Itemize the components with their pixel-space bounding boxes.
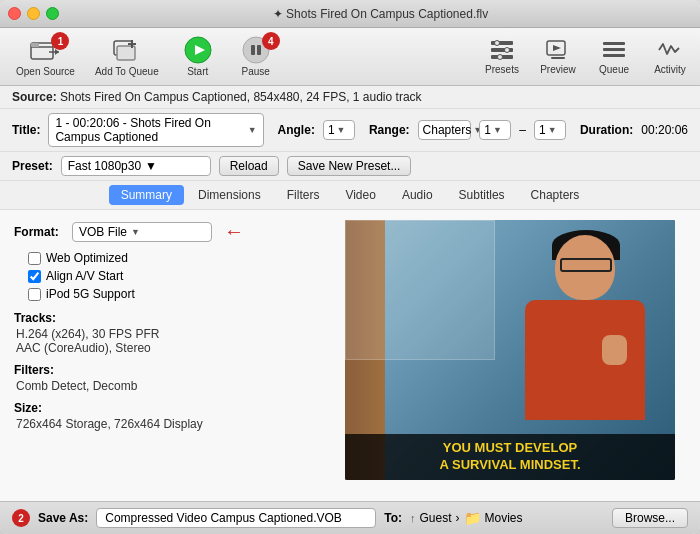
preset-value: Fast 1080p30: [68, 159, 141, 173]
save-new-preset-button[interactable]: Save New Preset...: [287, 156, 412, 176]
angle-arrow: ▼: [337, 125, 346, 135]
window-title: ✦ Shots Fired On Campus Captioned.flv: [69, 7, 692, 21]
badge-1: 1: [51, 32, 69, 50]
ipod-label: iPod 5G Support: [46, 287, 135, 301]
tab-dimensions[interactable]: Dimensions: [186, 185, 273, 205]
duration-label: Duration:: [580, 123, 633, 137]
size-label: Size:: [14, 401, 306, 415]
ipod-checkbox[interactable]: [28, 288, 41, 301]
preset-select[interactable]: Fast 1080p30 ▼: [61, 156, 211, 176]
video-preview: YOU MUST DEVELOP A SURVIVAL MINDSET.: [345, 220, 675, 480]
subtitle-line2: A SURVIVAL MINDSET.: [439, 457, 580, 472]
filters-value: Comb Detect, Decomb: [14, 379, 306, 393]
add-to-queue-button[interactable]: Add To Queue: [89, 34, 165, 79]
destination-folder: Movies: [485, 511, 523, 525]
svg-rect-1: [31, 43, 39, 47]
title-label: Title:: [12, 123, 40, 137]
presets-svg-icon: [490, 39, 514, 61]
tracks-value: H.264 (x264), 30 FPS PFRAAC (CoreAudio),…: [14, 327, 306, 355]
source-label: Source:: [12, 90, 60, 104]
dest-separator: ›: [456, 511, 460, 525]
svg-rect-22: [603, 48, 625, 51]
reload-button[interactable]: Reload: [219, 156, 279, 176]
preview-button[interactable]: Preview: [538, 38, 578, 75]
tracks-section: Tracks: H.264 (x264), 30 FPS PFRAAC (Cor…: [14, 311, 306, 355]
start-button[interactable]: Start: [173, 34, 223, 79]
format-select[interactable]: VOB File ▼: [72, 222, 212, 242]
pause-label: Pause: [242, 66, 270, 77]
subtitle-bar: YOU MUST DEVELOP A SURVIVAL MINDSET.: [345, 434, 675, 480]
start-label: Start: [187, 66, 208, 77]
svg-point-17: [498, 55, 503, 60]
format-label: Format:: [14, 225, 64, 239]
align-av-checkbox[interactable]: [28, 270, 41, 283]
title-select[interactable]: 1 - 00:20:06 - Shots Fired On Campus Cap…: [48, 113, 263, 147]
toolbar-right: Presets Preview: [482, 38, 690, 75]
destination-guest: Guest: [420, 511, 452, 525]
queue-button[interactable]: Queue: [594, 38, 634, 75]
format-value: VOB File: [79, 225, 127, 239]
preview-icon: [544, 38, 572, 62]
browse-button[interactable]: Browse...: [612, 508, 688, 528]
angle-value: 1: [328, 123, 335, 137]
source-value: Shots Fired On Campus Captioned, 854x480…: [60, 90, 422, 104]
preset-row: Preset: Fast 1080p30 ▼ Reload Save New P…: [0, 152, 700, 181]
main-content: Format: VOB File ▼ ← Web Optimized Align…: [0, 210, 700, 501]
angle-label: Angle:: [278, 123, 315, 137]
save-as-input[interactable]: [96, 508, 376, 528]
activity-svg-icon: [658, 40, 682, 60]
web-optimized-checkbox[interactable]: [28, 252, 41, 265]
svg-rect-11: [257, 45, 261, 55]
queue-label: Queue: [599, 64, 629, 75]
svg-rect-21: [603, 42, 625, 45]
tab-summary[interactable]: Summary: [109, 185, 184, 205]
tab-subtitles[interactable]: Subtitles: [447, 185, 517, 205]
queue-icon: [600, 38, 628, 62]
preview-label: Preview: [540, 64, 576, 75]
presets-button[interactable]: Presets: [482, 38, 522, 75]
svg-rect-20: [551, 57, 565, 59]
add-to-queue-icon: [111, 36, 143, 64]
tab-audio[interactable]: Audio: [390, 185, 445, 205]
angle-select[interactable]: 1 ▼: [323, 120, 355, 140]
activity-icon: [656, 38, 684, 62]
red-arrow-icon: ←: [224, 220, 244, 243]
range-separator: –: [519, 123, 526, 137]
tab-filters[interactable]: Filters: [275, 185, 332, 205]
add-to-queue-label: Add To Queue: [95, 66, 159, 77]
subtitle-text: YOU MUST DEVELOP A SURVIVAL MINDSET.: [355, 440, 665, 474]
bottom-bar: 2 Save As: To: ↑ Guest › 📁 Movies Browse…: [0, 501, 700, 534]
title-row: Title: 1 - 00:20:06 - Shots Fired On Cam…: [0, 109, 700, 152]
duration-value: 00:20:06: [641, 123, 688, 137]
minimize-button[interactable]: [27, 7, 40, 20]
range-type-value: Chapters: [423, 123, 472, 137]
range-start-select[interactable]: 1 ▼: [479, 120, 511, 140]
size-section: Size: 726x464 Storage, 726x464 Display: [14, 401, 306, 431]
svg-rect-4: [117, 46, 135, 60]
traffic-lights: [8, 7, 59, 20]
svg-point-15: [495, 41, 500, 46]
tab-chapters[interactable]: Chapters: [519, 185, 592, 205]
close-button[interactable]: [8, 7, 21, 20]
ipod-row: iPod 5G Support: [28, 287, 306, 301]
tabs-bar: Summary Dimensions Filters Video Audio S…: [0, 181, 700, 210]
activity-button[interactable]: Activity: [650, 38, 690, 75]
web-optimized-row: Web Optimized: [28, 251, 306, 265]
title-select-arrow: ▼: [248, 125, 257, 135]
align-av-row: Align A/V Start: [28, 269, 306, 283]
right-panel: YOU MUST DEVELOP A SURVIVAL MINDSET.: [320, 210, 700, 501]
tab-video[interactable]: Video: [333, 185, 387, 205]
open-source-icon-area: 1: [29, 36, 61, 64]
preset-arrow: ▼: [145, 159, 157, 173]
pause-button[interactable]: 4 Pause: [231, 34, 281, 79]
range-type-select[interactable]: Chapters ▼: [418, 120, 472, 140]
person-hand: [602, 335, 627, 365]
range-end-value: 1: [539, 123, 546, 137]
maximize-button[interactable]: [46, 7, 59, 20]
range-end-select[interactable]: 1 ▼: [534, 120, 566, 140]
start-icon-area: [182, 36, 214, 64]
open-source-button[interactable]: 1 Open Source: [10, 34, 81, 79]
to-label: To:: [384, 511, 402, 525]
titlebar: ✦ Shots Fired On Campus Captioned.flv: [0, 0, 700, 28]
presets-label: Presets: [485, 64, 519, 75]
